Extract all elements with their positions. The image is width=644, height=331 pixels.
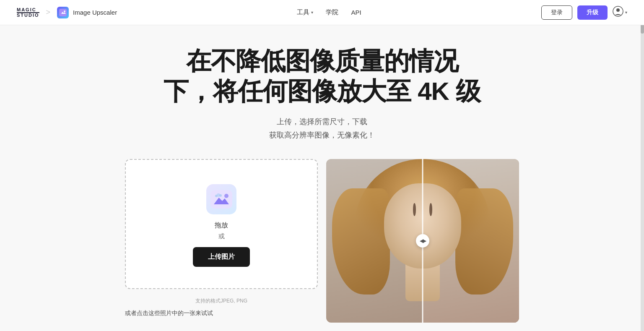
nav-api[interactable]: API	[351, 9, 361, 16]
upgrade-button[interactable]: 升级	[577, 5, 608, 20]
main-content: 在不降低图像质量的情况 下，将任何图像放大至 4K 级 上传，选择所需尺寸，下载…	[0, 25, 644, 331]
user-avatar-icon	[613, 6, 623, 19]
preview-box: ◀▶	[326, 159, 519, 323]
upload-dropzone[interactable]: 拖放 或 上传图片	[125, 159, 318, 289]
upload-button[interactable]: 上传图片	[193, 247, 250, 267]
navbar: MAGIC STUDIO > Image Upscaler 工具 ▾	[0, 0, 644, 25]
svg-point-8	[219, 194, 222, 197]
logo-magic[interactable]: MAGIC STUDIO	[17, 8, 39, 18]
svg-rect-4	[210, 190, 232, 209]
nav-tools[interactable]: 工具 ▾	[297, 8, 313, 16]
divider-handle[interactable]: ◀▶	[416, 234, 429, 248]
user-chevron-icon: ▾	[625, 10, 627, 15]
or-label: 或	[218, 232, 225, 240]
hero-title: 在不降低图像质量的情况 下，将任何图像放大至 4K 级	[0, 46, 644, 107]
scrollbar[interactable]	[641, 0, 644, 331]
upload-section: 拖放 或 上传图片 支持的格式JPEG, PNG 或者点击这些照片中的一张来试试	[70, 159, 574, 323]
tools-chevron-icon: ▾	[311, 10, 313, 15]
navbar-left: MAGIC STUDIO > Image Upscaler	[17, 7, 117, 18]
product-icon	[57, 7, 69, 18]
upload-icon-wrapper	[206, 184, 236, 214]
nav-academy[interactable]: 学院	[326, 8, 338, 16]
hero-subtitle: 上传，选择所需尺寸，下载 获取高分辨率图像，无像素化！	[0, 115, 644, 142]
login-button[interactable]: 登录	[541, 5, 572, 20]
svg-point-3	[616, 8, 620, 12]
svg-point-1	[64, 10, 65, 12]
navbar-right: 登录 升级 ▾	[541, 5, 627, 20]
user-menu[interactable]: ▾	[613, 6, 627, 19]
logo-studio-text: STUDIO	[17, 12, 39, 18]
logo-divider: >	[46, 8, 51, 17]
navbar-center: 工具 ▾ 学院 API	[297, 8, 361, 16]
divider-arrows-icon: ◀▶	[420, 238, 426, 244]
svg-point-5	[224, 194, 229, 198]
image-upload-icon	[210, 190, 232, 209]
product-name[interactable]: Image Upscaler	[73, 9, 117, 16]
logo-magic-text: MAGIC	[17, 8, 39, 12]
try-samples-label: 或者点击这些照片中的一张来试试	[125, 310, 318, 317]
drag-label: 拖放	[215, 221, 228, 230]
format-hint: 支持的格式JPEG, PNG	[125, 297, 318, 305]
